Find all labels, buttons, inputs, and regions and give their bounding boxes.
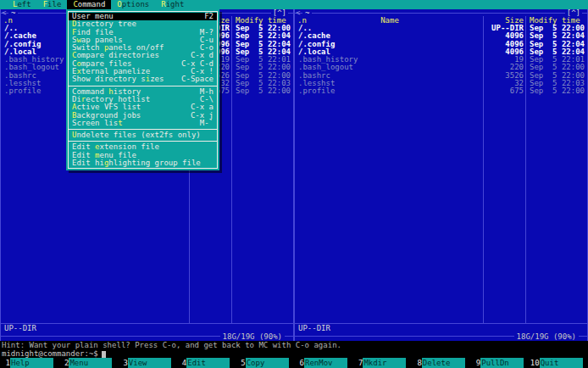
menu-item-edit-highlighting-group-file[interactable]: Edit highlighting group file	[69, 159, 217, 167]
panel-right-mini-status: UP--DIR	[295, 324, 587, 332]
fkey-copy-button[interactable]: 5Copy	[236, 358, 294, 368]
menu-item-show-directory-sizes[interactable]: Show directory sizesC-Space	[69, 75, 217, 83]
column-separator	[231, 16, 232, 323]
sort-indicator: .n	[297, 16, 307, 25]
fkey-edit-button[interactable]: 4Edit	[176, 358, 235, 368]
panel-right-bottom-border: 18G/19G (90%)	[295, 332, 587, 341]
menu-bar: Left File Command Options Right	[0, 0, 588, 9]
menubar-item-command[interactable]: Command	[67, 0, 111, 9]
fkey-renmov-button[interactable]: 6RenMov	[294, 358, 352, 368]
shell-prompt: midnight@commander:~$	[2, 349, 98, 358]
menubar-item-right[interactable]: Right	[155, 0, 190, 9]
menubar-item-options[interactable]: Options	[111, 0, 155, 9]
fkey-help-button[interactable]: 1Help	[0, 358, 58, 368]
column-separator	[525, 16, 526, 323]
panel-left-bottom-border: 18G/19G (90%)	[1, 332, 293, 341]
column-header-name[interactable]: .nName	[295, 16, 485, 25]
column-header-mtime[interactable]: Modify time	[232, 16, 293, 25]
fkey-menu-button[interactable]: 2Menu	[58, 358, 117, 368]
panel-right-file-list: /..UP--DIRSep 5 22:00 /.cache4096Sep 5 2…	[295, 25, 587, 323]
menu-item-undelete-files[interactable]: Undelete files (ext2fs only)	[69, 131, 217, 139]
file-row[interactable]: .profile675Sep 5 22:00	[295, 87, 587, 95]
text-cursor	[102, 351, 106, 358]
fkey-mkdir-button[interactable]: 7Mkdir	[352, 358, 411, 368]
function-key-bar: 1Help 2Menu 3View 4Edit 5Copy 6RenMov 7M…	[0, 358, 588, 368]
fkey-view-button[interactable]: 3View	[118, 358, 176, 368]
history-back-icon[interactable]: <	[2, 9, 6, 16]
column-header-mtime[interactable]: Modify time	[526, 16, 587, 25]
panel-left-mini-status: UP--DIR	[1, 324, 293, 332]
menubar-item-file[interactable]: File	[37, 0, 68, 9]
mc-screen: Left File Command Options Right < ~ [^] …	[0, 0, 588, 368]
panel-right-header: .nName Size Modify time	[295, 16, 587, 25]
panel-left-path: ~	[8, 9, 18, 16]
disk-usage: 18G/19G (90%)	[220, 332, 285, 341]
command-line[interactable]: midnight@commander:~$	[0, 349, 588, 358]
history-up-icon[interactable]: [^]	[271, 9, 288, 16]
hint-line: Hint: Want your plain shell? Press C-o, …	[0, 341, 588, 349]
panel-right-top-border: < ~ [^]	[295, 9, 587, 16]
column-header-size[interactable]: Size	[485, 16, 526, 25]
column-separator	[483, 16, 484, 323]
menu-separator	[69, 129, 217, 130]
command-dropdown-menu: User menuF2 Directory tree Find fileM-? …	[66, 9, 219, 170]
menu-separator	[69, 141, 217, 142]
menu-separator	[69, 86, 217, 86]
history-back-icon[interactable]: <	[296, 9, 300, 16]
panel-right-path: ~	[302, 9, 312, 16]
sort-indicator: .n	[3, 16, 13, 25]
disk-usage: 18G/19G (90%)	[514, 332, 579, 341]
history-up-icon[interactable]: [^]	[565, 9, 582, 16]
menu-item-screen-list[interactable]: Screen listM-`	[69, 120, 217, 127]
panel-right: < ~ [^] .nName Size Modify time /..UP--D…	[294, 9, 588, 341]
fkey-quit-button[interactable]: 10Quit	[530, 358, 588, 368]
fkey-delete-button[interactable]: 8Delete	[412, 358, 470, 368]
fkey-pulldn-button[interactable]: 9PullDn	[470, 358, 529, 368]
